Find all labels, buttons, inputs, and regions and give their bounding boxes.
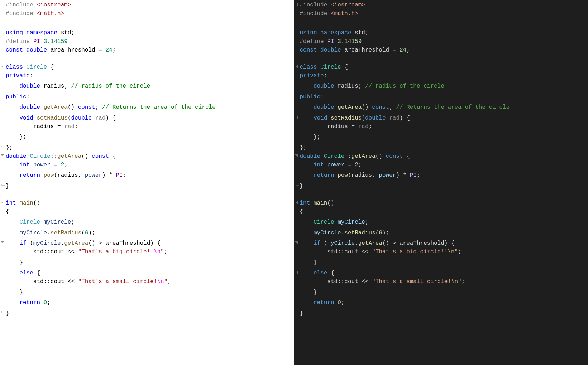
- code-line[interactable]: [298, 190, 588, 199]
- token-op: <<: [358, 278, 372, 285]
- editor-pane-light[interactable]: -#include <iostream>#include <math.h> us…: [0, 0, 294, 365]
- code-line[interactable]: double radius; // radius of the circle: [4, 82, 294, 91]
- code-line[interactable]: double radius; // radius of the circle: [298, 82, 588, 91]
- token-type: Circle: [27, 64, 47, 70]
- fold-toggle-icon[interactable]: -: [295, 271, 298, 274]
- code-line[interactable]: radius = rad;: [4, 122, 294, 131]
- code-line[interactable]: };: [4, 143, 294, 152]
- fold-toggle-icon[interactable]: -: [1, 154, 4, 157]
- code-line[interactable]: return 0;: [4, 298, 294, 307]
- fold-toggle-icon[interactable]: -: [295, 154, 298, 157]
- fold-end-guide: [1, 311, 5, 313]
- fold-toggle-icon[interactable]: -: [1, 65, 4, 68]
- fold-toggle-icon[interactable]: -: [1, 271, 4, 274]
- fold-toggle-icon[interactable]: -: [295, 201, 298, 204]
- code-line[interactable]: }: [4, 288, 294, 297]
- code-line[interactable]: class Circle {: [298, 63, 588, 72]
- code-line[interactable]: [4, 54, 294, 63]
- code-line[interactable]: int power = 2;: [298, 161, 588, 169]
- code-line[interactable]: };: [298, 143, 588, 152]
- code-line[interactable]: public:: [4, 93, 294, 101]
- gutter: -: [0, 114, 4, 120]
- code-line[interactable]: {: [298, 208, 588, 216]
- fold-toggle-icon[interactable]: -: [1, 3, 4, 6]
- code-line[interactable]: [298, 20, 588, 29]
- code-line[interactable]: }: [4, 182, 294, 190]
- code-line[interactable]: return pow(radius, power) * PI;: [4, 171, 294, 180]
- code-line[interactable]: }: [298, 258, 588, 267]
- code-line[interactable]: void setRadius(double rad) {: [298, 114, 588, 122]
- code-line[interactable]: #define PI 3.14159: [298, 37, 588, 46]
- fold-toggle-icon[interactable]: -: [295, 116, 298, 119]
- fold-toggle-icon[interactable]: -: [295, 3, 298, 6]
- fold-toggle-icon[interactable]: -: [1, 201, 4, 204]
- editor-pane-dark[interactable]: -#include <iostream>#include <math.h> us…: [294, 0, 588, 365]
- fold-end-guide: [1, 184, 5, 186]
- editor-line: -int main(): [0, 199, 294, 208]
- code-line[interactable]: double getArea() const; // Returns the a…: [4, 103, 294, 112]
- gutter: [294, 248, 298, 258]
- token-local: power: [379, 172, 396, 179]
- code-line[interactable]: };: [298, 133, 588, 141]
- editor-line: -#include <iostream>: [0, 1, 294, 9]
- code-line[interactable]: }: [298, 182, 588, 190]
- code-line[interactable]: [4, 20, 294, 29]
- code-line[interactable]: myCircle.setRadius(6);: [298, 229, 588, 237]
- code-line[interactable]: #include <iostream>: [298, 1, 588, 9]
- code-line[interactable]: Circle myCircle;: [4, 218, 294, 227]
- fold-toggle-icon[interactable]: -: [1, 241, 4, 244]
- gutter: [0, 229, 4, 239]
- code-line[interactable]: std::cout << "That's a small circle!\n";: [298, 277, 588, 286]
- token-op: {: [6, 209, 9, 215]
- code-line[interactable]: return 0;: [298, 298, 588, 307]
- code-line[interactable]: #include <math.h>: [298, 9, 588, 18]
- code-line[interactable]: std::cout << "That's a small circle!\n";: [4, 277, 294, 286]
- code-line[interactable]: [298, 54, 588, 63]
- code-line[interactable]: else {: [4, 269, 294, 277]
- token-com: // radius of the circle: [365, 83, 444, 89]
- code-line[interactable]: int main(): [4, 199, 294, 208]
- code-line[interactable]: if (myCircle.getArea() > areaThreshold) …: [298, 239, 588, 248]
- code-line[interactable]: }: [4, 258, 294, 267]
- code-line[interactable]: #define PI 3.14159: [4, 37, 294, 46]
- code-line[interactable]: }: [4, 309, 294, 318]
- code-line[interactable]: {: [4, 208, 294, 216]
- code-line[interactable]: }: [298, 288, 588, 297]
- code-line[interactable]: class Circle {: [4, 63, 294, 72]
- code-line[interactable]: int power = 2;: [4, 161, 294, 169]
- gutter: [294, 133, 298, 143]
- code-line[interactable]: int main(): [298, 199, 588, 208]
- code-line[interactable]: double Circle::getArea() const {: [298, 152, 588, 161]
- code-line[interactable]: #include <math.h>: [4, 9, 294, 18]
- code-line[interactable]: using namespace std;: [298, 29, 588, 37]
- code-line[interactable]: const double areaThreshold = 24;: [4, 46, 294, 54]
- token-op: }: [300, 183, 303, 189]
- fold-toggle-icon[interactable]: -: [295, 65, 298, 68]
- token-ident: radius: [57, 172, 78, 179]
- code-line[interactable]: Circle myCircle;: [298, 218, 588, 227]
- code-line[interactable]: std::cout << "That's a big circle!!\n";: [4, 248, 294, 256]
- gutter: -: [294, 114, 298, 120]
- code-line[interactable]: #include <iostream>: [4, 1, 294, 9]
- code-line[interactable]: else {: [298, 269, 588, 277]
- code-line[interactable]: const double areaThreshold = 24;: [298, 46, 588, 54]
- token-kw: class: [300, 64, 321, 70]
- code-line[interactable]: public:: [298, 93, 588, 101]
- code-line[interactable]: }: [298, 309, 588, 318]
- code-line[interactable]: private:: [298, 72, 588, 80]
- code-line[interactable]: using namespace std;: [4, 29, 294, 37]
- fold-toggle-icon[interactable]: -: [295, 241, 298, 244]
- code-line[interactable]: myCircle.setRadius(6);: [4, 229, 294, 237]
- code-line[interactable]: void setRadius(double rad) {: [4, 114, 294, 122]
- code-line[interactable]: radius = rad;: [298, 122, 588, 131]
- fold-toggle-icon[interactable]: -: [1, 116, 4, 119]
- code-line[interactable]: [4, 190, 294, 199]
- code-line[interactable]: if (myCircle.getArea() > areaThreshold) …: [4, 239, 294, 248]
- code-line[interactable]: double getArea() const; // Returns the a…: [298, 103, 588, 112]
- code-line[interactable]: double Circle::getArea() const {: [4, 152, 294, 161]
- code-line[interactable]: return pow(radius, power) * PI;: [298, 171, 588, 180]
- code-line[interactable]: };: [4, 133, 294, 141]
- code-line[interactable]: private:: [4, 72, 294, 80]
- token-kw: if: [314, 240, 320, 247]
- code-line[interactable]: std::cout << "That's a big circle!!\n";: [298, 248, 588, 256]
